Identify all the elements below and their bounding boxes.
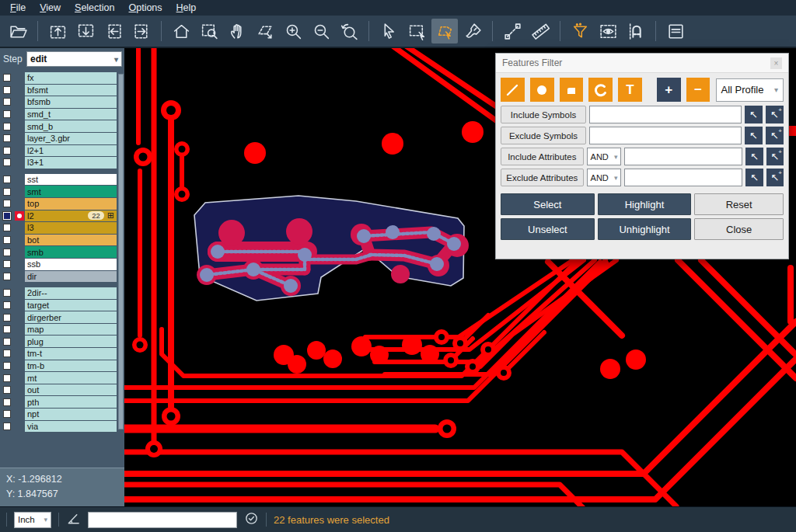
- layer-row-ssb[interactable]: ssb: [0, 259, 124, 270]
- layer-checkbox[interactable]: [3, 362, 11, 370]
- pick-attribute-icon[interactable]: ↖: [745, 148, 763, 165]
- exclude-attributes-logic-select[interactable]: AND ▾: [587, 169, 622, 186]
- pan-up-icon[interactable]: [44, 19, 71, 43]
- layer-checkbox[interactable]: [3, 349, 11, 357]
- layer-name[interactable]: layer_3.gbr: [25, 133, 117, 144]
- layer-checkbox[interactable]: [3, 260, 11, 268]
- clean-brush-icon[interactable]: [459, 19, 486, 43]
- profile-select[interactable]: All Profile ▾: [716, 78, 784, 102]
- exclude-attributes-button[interactable]: Exclude Attributes: [501, 169, 584, 186]
- polygon-select-icon[interactable]: [431, 19, 458, 43]
- layer-name[interactable]: ssb: [25, 259, 117, 270]
- layer-name[interactable]: smd_b: [25, 120, 117, 132]
- surface-feature-button[interactable]: [560, 78, 584, 102]
- layer-row-top[interactable]: top: [0, 198, 124, 210]
- layer-name[interactable]: l2+1: [25, 145, 117, 157]
- layer-row-smd_b[interactable]: smd_b: [0, 120, 124, 132]
- layer-row-smb[interactable]: smb: [0, 246, 124, 258]
- select-arrow-icon[interactable]: [375, 19, 402, 43]
- layer-name[interactable]: dirgerber: [25, 311, 117, 323]
- layer-name[interactable]: smd_t: [25, 109, 117, 120]
- unit-select[interactable]: Inch ▾: [14, 512, 51, 528]
- text-feature-button[interactable]: T: [618, 78, 642, 102]
- close-button[interactable]: Close: [694, 218, 784, 240]
- view-features-icon[interactable]: [595, 19, 621, 43]
- layer-checkbox[interactable]: [3, 188, 11, 196]
- layer-checkbox[interactable]: [3, 236, 11, 244]
- menu-options[interactable]: Options: [121, 1, 169, 15]
- layer-row-l2+1[interactable]: l2+1: [0, 145, 124, 157]
- layer-row-npt[interactable]: npt: [0, 409, 124, 420]
- layer-row-layer_3.gbr[interactable]: layer_3.gbr: [0, 133, 124, 144]
- layer-name[interactable]: 2dir--: [25, 287, 117, 299]
- close-icon[interactable]: ×: [770, 57, 782, 69]
- pick-add-attribute-icon[interactable]: ↖+: [766, 148, 784, 165]
- step-select[interactable]: edit ▾: [26, 51, 122, 67]
- pick-symbol-icon[interactable]: ↖: [745, 127, 763, 144]
- layer-row-via[interactable]: via: [0, 421, 124, 433]
- layer-checkbox[interactable]: [3, 224, 11, 231]
- layer-checkbox[interactable]: [3, 134, 11, 142]
- menu-selection[interactable]: Selection: [68, 1, 121, 15]
- layer-name[interactable]: smt: [25, 186, 117, 197]
- zoom-object-icon[interactable]: [252, 19, 278, 43]
- layer-name[interactable]: out: [25, 384, 117, 396]
- layer-checkbox[interactable]: [3, 123, 11, 130]
- layer-name[interactable]: l3: [25, 222, 117, 234]
- layer-row-tm-b[interactable]: tm-b: [0, 360, 124, 372]
- layer-row-plug[interactable]: plug: [0, 336, 124, 347]
- layer-checkbox[interactable]: [3, 176, 11, 183]
- layer-name[interactable]: bfsmb: [25, 96, 117, 108]
- layer-row-l3+1[interactable]: l3+1: [0, 157, 124, 169]
- layer-row-l2[interactable]: l222⊞: [0, 210, 124, 222]
- layer-row-smd_t[interactable]: smd_t: [0, 109, 124, 120]
- include-symbols-input[interactable]: [589, 106, 742, 123]
- layer-checkbox[interactable]: [3, 74, 11, 82]
- layer-row-2dir--[interactable]: 2dir--: [0, 287, 124, 299]
- layer-checkbox[interactable]: [3, 212, 11, 220]
- zoom-previous-icon[interactable]: [336, 19, 362, 43]
- pick-add-symbol-icon[interactable]: ↖+: [766, 127, 784, 144]
- layer-row-l3[interactable]: l3: [0, 222, 124, 234]
- pan-right-icon[interactable]: [128, 19, 155, 43]
- reset-button[interactable]: Reset: [694, 193, 784, 215]
- layer-name[interactable]: pth: [25, 396, 117, 408]
- feature-info-icon[interactable]: [662, 19, 689, 43]
- layer-row-tm-t[interactable]: tm-t: [0, 348, 124, 360]
- layer-checkbox[interactable]: [3, 301, 11, 309]
- layer-name[interactable]: plug: [25, 336, 117, 347]
- dialog-title-bar[interactable]: Features Filter ×: [496, 54, 788, 73]
- layer-row-out[interactable]: out: [0, 384, 124, 396]
- layer-row-sst[interactable]: sst: [0, 174, 124, 186]
- layer-name[interactable]: top: [25, 198, 117, 210]
- layer-checkbox[interactable]: [3, 158, 11, 166]
- select-button[interactable]: Select: [501, 193, 595, 215]
- layer-checkbox[interactable]: [3, 374, 11, 382]
- pan-hand-icon[interactable]: [224, 19, 250, 43]
- command-input[interactable]: [88, 512, 237, 528]
- layer-row-bfsmb[interactable]: bfsmb: [0, 96, 124, 108]
- layer-checkbox[interactable]: [3, 289, 11, 297]
- grid-icon[interactable]: ⊞: [107, 211, 114, 220]
- layer-name[interactable]: l3+1: [25, 157, 117, 169]
- pick-add-attribute-icon[interactable]: ↖+: [766, 169, 784, 186]
- layer-name[interactable]: tm-b: [25, 360, 117, 372]
- pan-down-icon[interactable]: [72, 19, 99, 43]
- home-view-icon[interactable]: [168, 19, 194, 43]
- layer-row-mt[interactable]: mt: [0, 372, 124, 384]
- include-symbols-button[interactable]: Include Symbols: [501, 106, 586, 123]
- snap-magnet-icon[interactable]: [623, 19, 649, 43]
- layer-name[interactable]: smb: [25, 246, 117, 258]
- arc-feature-button[interactable]: [588, 78, 613, 102]
- layer-row-bot[interactable]: bot: [0, 235, 124, 246]
- layer-checkbox[interactable]: [3, 110, 11, 118]
- layer-checkbox[interactable]: [3, 422, 11, 430]
- zoom-window-icon[interactable]: [196, 19, 222, 43]
- layer-checkbox[interactable]: [3, 410, 11, 418]
- layer-row-dirgerber[interactable]: dirgerber: [0, 311, 124, 323]
- layer-checkbox[interactable]: [3, 98, 11, 106]
- layer-row-map[interactable]: map: [0, 324, 124, 336]
- include-attributes-input[interactable]: [624, 148, 742, 165]
- layer-list-scrollbar[interactable]: [118, 74, 124, 429]
- layer-row-fx[interactable]: fx: [0, 72, 124, 84]
